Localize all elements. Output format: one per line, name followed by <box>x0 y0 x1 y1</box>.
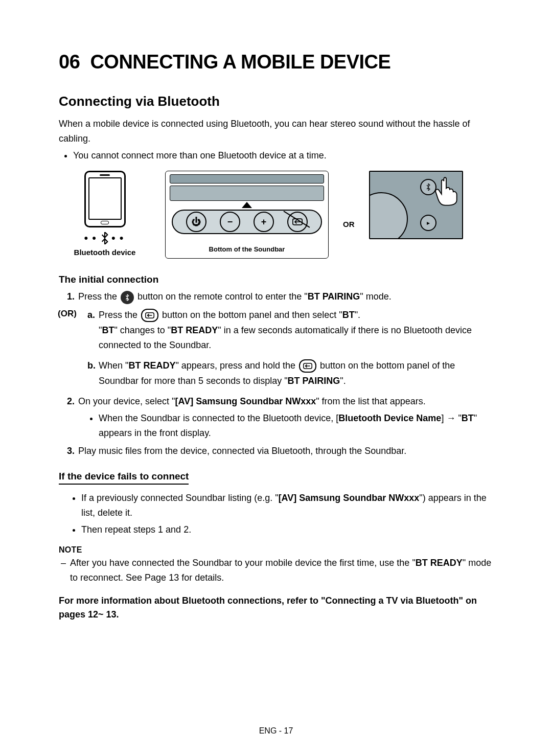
or-label: OR <box>343 220 355 228</box>
bluetooth-signal-icon: •• •• <box>59 232 151 245</box>
intro-bullets: You cannot connect more than one Bluetoo… <box>59 148 493 163</box>
section-title-text: CONNECTING A MOBILE DEVICE <box>90 51 390 73</box>
intro-bullet-1: You cannot connect more than one Bluetoo… <box>73 148 493 163</box>
soundbar-illustration: ⏻ − + Bottom of the Soundbar <box>165 171 329 259</box>
arrow-up-icon <box>242 202 252 208</box>
note-label: NOTE <box>59 545 493 555</box>
initial-connection-heading: The initial connection <box>59 274 493 285</box>
soundbar-bottom-panel: ⏻ − + <box>172 210 322 234</box>
soundbar-touch-illustration: ▸ <box>369 171 463 239</box>
step-2-sub-bullets: When the Soundbar is connected to the Bl… <box>78 411 493 441</box>
step-2: On your device, select "[AV] Samsung Sou… <box>67 394 493 441</box>
fails-heading: If the device fails to connect <box>59 471 189 485</box>
note-item-1: After you have connected the Soundbar to… <box>59 556 493 585</box>
play-pause-button-icon: ▸ <box>420 215 436 231</box>
step-1: Press the PAIR button on the remote cont… <box>67 289 493 305</box>
svg-text:PAIR: PAIR <box>126 300 129 301</box>
volume-up-button-icon: + <box>254 212 274 232</box>
phone-icon <box>84 171 126 227</box>
page-footer: ENG - 17 <box>0 726 552 736</box>
initial-steps-continued: On your device, select "[AV] Samsung Sou… <box>59 394 493 459</box>
subsection-title: Connecting via Bluetooth <box>59 94 493 109</box>
step-1b: b. When "BT READY" appears, press and ho… <box>87 358 493 388</box>
manual-page: 06 CONNECTING A MOBILE DEVICE Connecting… <box>0 0 552 756</box>
step-2-sub-1: When the Soundbar is connected to the Bl… <box>99 411 493 441</box>
connection-diagram: •• •• Bluetooth device ⏻ − + <box>59 171 493 259</box>
phone-column: •• •• Bluetooth device <box>59 171 151 257</box>
note-list: After you have connected the Soundbar to… <box>59 556 493 585</box>
step-1a: a. Press the button on the bottom panel … <box>87 308 493 353</box>
hand-pointer-icon <box>434 176 458 207</box>
source-button-inline-icon <box>141 309 158 322</box>
phone-label: Bluetooth device <box>59 248 151 257</box>
more-info-paragraph: For more information about Bluetooth con… <box>59 594 493 622</box>
source-button-inline-icon <box>299 359 316 373</box>
section-number: 06 <box>59 51 80 73</box>
or-inline-label: (OR) <box>58 309 77 319</box>
power-button-icon: ⏻ <box>186 212 206 232</box>
step-3: Play music files from the device, connec… <box>67 444 493 459</box>
initial-steps-list: Press the PAIR button on the remote cont… <box>59 289 493 305</box>
volume-down-button-icon: − <box>220 212 240 232</box>
soundbar-column: ⏻ − + Bottom of the Soundbar <box>165 171 329 259</box>
fails-bullet-2: Then repeat steps 1 and 2. <box>81 522 493 537</box>
fails-bullet-1: If a previously connected Soundbar listi… <box>81 491 493 520</box>
step1-alternatives: a. Press the button on the bottom panel … <box>59 308 493 388</box>
section-title: 06 CONNECTING A MOBILE DEVICE <box>59 51 493 73</box>
intro-paragraph: When a mobile device is connected using … <box>59 117 493 146</box>
fails-bullets: If a previously connected Soundbar listi… <box>59 491 493 537</box>
bluetooth-pair-remote-button-icon: PAIR <box>121 291 134 304</box>
